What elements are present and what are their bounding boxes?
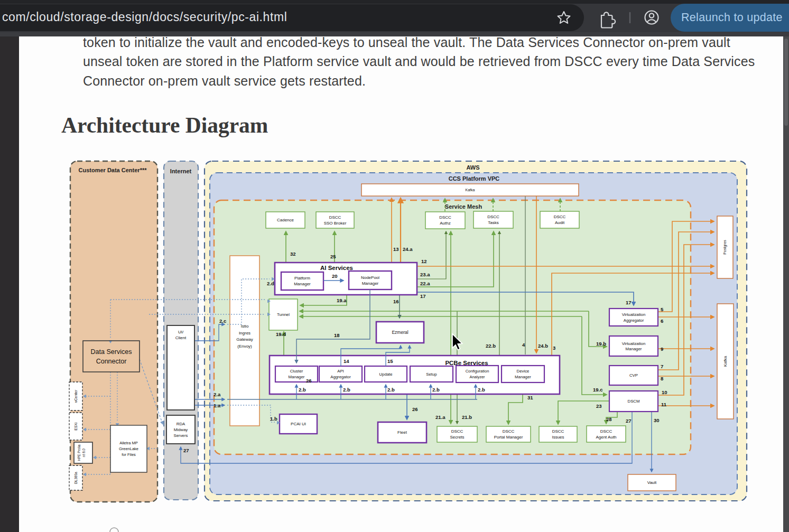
svg-text:19.c: 19.c [593,387,603,393]
svg-text:DSCC: DSCC [600,429,612,434]
svg-text:Istio: Istio [241,324,249,329]
svg-text:vCenter: vCenter [74,389,78,403]
svg-text:28: 28 [606,416,612,422]
svg-text:25: 25 [330,254,336,259]
svg-text:Device: Device [517,369,530,374]
svg-text:Manager: Manager [289,375,305,379]
svg-text:31: 31 [527,395,533,400]
svg-text:Midway: Midway [174,427,188,432]
svg-text:27: 27 [183,447,189,453]
svg-text:nt 8.0: nt 8.0 [82,449,86,457]
svg-text:26: 26 [412,406,418,412]
svg-text:SSO Broker: SSO Broker [324,221,347,226]
svg-text:RDA: RDA [177,422,185,426]
svg-text:Virtualization: Virtualization [622,312,646,317]
svg-text:10: 10 [662,389,667,395]
svg-text:13: 13 [393,246,399,252]
svg-text:AI Services: AI Services [320,265,353,271]
svg-text:DL380a: DL380a [74,472,78,484]
svg-text:27: 27 [626,418,632,424]
svg-text:Cadence: Cadence [277,218,294,222]
svg-text:11: 11 [661,402,667,407]
svg-text:UI/: UI/ [178,330,184,334]
svg-text:2.d: 2.d [267,281,274,286]
svg-text:1.a: 1.a [214,403,221,408]
svg-text:Connector: Connector [96,358,127,365]
svg-text:Service Mesh: Service Mesh [445,203,482,210]
svg-text:GreenLake: GreenLake [119,446,138,451]
svg-text:21.b: 21.b [462,414,472,420]
svg-text:Update: Update [379,372,392,377]
svg-text:16: 16 [393,298,399,304]
svg-text:2.c: 2.c [219,318,226,324]
svg-text:Postgres: Postgres [723,240,727,255]
svg-text:2.b: 2.b [299,387,306,393]
svg-text:for Files: for Files [122,452,136,457]
svg-text:Manager: Manager [362,281,379,286]
svg-text:Platform: Platform [294,276,310,281]
svg-text:Manager: Manager [294,282,311,286]
svg-text:Tunnel: Tunnel [277,312,290,317]
svg-text:1.b: 1.b [270,416,277,422]
svg-text:HPE Prolia: HPE Prolia [77,444,81,461]
svg-text:17: 17 [626,300,632,305]
svg-text:Secrets: Secrets [450,435,464,440]
svg-text:2.a: 2.a [214,391,221,397]
svg-text:Manager: Manager [515,375,531,379]
svg-text:23.a: 23.a [420,272,430,277]
svg-text:Ingres: Ingres [239,331,250,335]
svg-text:14: 14 [344,358,349,364]
svg-text:18: 18 [334,332,340,338]
svg-text:Authz: Authz [440,221,450,226]
svg-text:19.d: 19.d [276,331,286,337]
svg-text:API: API [337,369,344,374]
svg-text:Kafka: Kafka [723,356,728,367]
svg-text:19.b: 19.b [596,341,606,347]
svg-text:DSCC: DSCC [439,215,451,220]
svg-text:9: 9 [661,346,663,352]
svg-text:3: 3 [553,345,555,351]
svg-text:Virtualization: Virtualization [622,341,646,346]
svg-text:PCAI UI: PCAI UI [291,422,306,426]
svg-text:Aggregator: Aggregator [330,375,351,379]
svg-text:Aggregator: Aggregator [624,318,644,323]
svg-text:7: 7 [661,363,663,369]
svg-text:DSCC: DSCC [487,214,499,219]
svg-text:15: 15 [387,358,393,364]
svg-text:Configuration: Configuration [466,369,489,374]
svg-text:5: 5 [661,306,664,312]
svg-text:Alletra MP: Alletra MP [119,441,138,445]
svg-text:4: 4 [522,342,525,348]
svg-text:Internet: Internet [170,168,192,174]
svg-text:Servers: Servers [174,433,188,438]
svg-text:Fleet: Fleet [397,430,407,435]
svg-text:22.b: 22.b [486,343,496,349]
svg-text:2.b: 2.b [343,387,350,393]
svg-text:AWS: AWS [466,164,479,171]
svg-text:Vault: Vault [647,480,657,485]
svg-text:DSCC: DSCC [552,429,564,434]
svg-text:19.a: 19.a [337,297,347,303]
svg-text:ESXi: ESXi [74,422,78,431]
svg-text:6: 6 [661,318,663,324]
svg-text:22.a: 22.a [420,281,430,286]
svg-text:30: 30 [654,417,660,423]
svg-text:DSCC: DSCC [554,214,566,219]
svg-text:17: 17 [420,293,426,299]
svg-text:Issues: Issues [552,435,564,440]
svg-text:32: 32 [290,251,296,257]
svg-text:Kafka: Kafka [466,188,475,192]
svg-text:DSCC: DSCC [451,429,463,434]
svg-text:2.b: 2.b [387,387,395,393]
svg-text:8: 8 [661,376,663,381]
svg-text:24.b: 24.b [538,343,548,349]
svg-text:Audit: Audit [555,220,565,225]
svg-text:Manager: Manager [626,347,642,351]
svg-text:Setup: Setup [426,372,437,377]
svg-text:Data Services: Data Services [91,348,132,356]
svg-text:26: 26 [306,378,312,384]
svg-text:(Envoy): (Envoy) [237,344,252,349]
svg-text:Agent Auth: Agent Auth [596,435,616,440]
svg-text:Gateway: Gateway [236,337,253,342]
svg-text:CCS Platform VPC: CCS Platform VPC [449,175,500,182]
